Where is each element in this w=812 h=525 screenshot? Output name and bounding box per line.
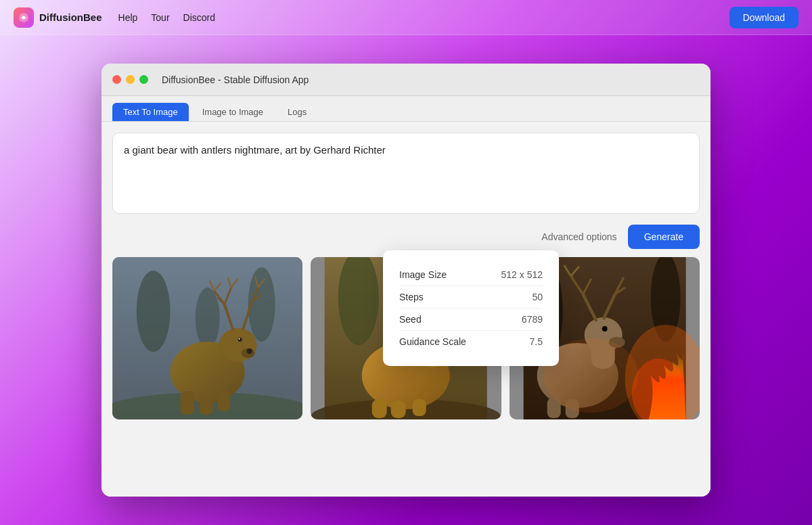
generated-image-1[interactable]: [112, 257, 302, 419]
nav-tour[interactable]: Tour: [151, 12, 169, 23]
window-minimize-button[interactable]: [126, 75, 135, 84]
nav-discord[interactable]: Discord: [183, 12, 215, 23]
advanced-options-panel: Image Size 512 x 512 Steps 50 Seed 6789 …: [383, 250, 559, 366]
image-size-value: 512 x 512: [501, 269, 543, 280]
window-body: a giant bear with antlers nightmare, art…: [102, 122, 710, 497]
images-grid: Image Size 512 x 512 Steps 50 Seed 6789 …: [112, 257, 700, 419]
prompt-textarea[interactable]: a giant bear with antlers nightmare, art…: [112, 133, 700, 214]
steps-row: Steps 50: [399, 286, 543, 309]
navbar-brand: DiffusionBee: [39, 12, 102, 23]
window-controls: [112, 75, 148, 84]
tab-text-to-image[interactable]: Text To Image: [112, 103, 189, 121]
image-size-label: Image Size: [399, 269, 447, 280]
svg-rect-29: [113, 257, 302, 419]
navbar: DiffusionBee Help Tour Discord Download: [0, 0, 812, 35]
svg-point-1: [22, 16, 26, 19]
image-size-row: Image Size 512 x 512: [399, 264, 543, 286]
advanced-options-label[interactable]: Advanced options: [541, 231, 616, 242]
guidance-scale-value: 7.5: [530, 336, 543, 347]
main-content: DiffusionBee - Stable Diffusion App Text…: [0, 35, 812, 525]
guidance-scale-label: Guidance Scale: [399, 336, 466, 347]
generate-button[interactable]: Generate: [628, 225, 700, 249]
tab-image-to-image[interactable]: Image to Image: [191, 103, 274, 121]
seed-value: 6789: [522, 314, 543, 325]
tab-logs[interactable]: Logs: [277, 103, 317, 121]
navbar-logo: DiffusionBee: [14, 7, 102, 28]
window-maximize-button[interactable]: [139, 75, 148, 84]
navbar-links: Help Tour Discord: [118, 12, 713, 23]
seed-label: Seed: [399, 314, 422, 325]
download-button[interactable]: Download: [729, 7, 798, 28]
window-titlebar: DiffusionBee - Stable Diffusion App: [102, 64, 710, 96]
nav-help[interactable]: Help: [118, 12, 138, 23]
app-window: DiffusionBee - Stable Diffusion App Text…: [102, 64, 710, 497]
seed-row: Seed 6789: [399, 309, 543, 331]
steps-value: 50: [532, 292, 543, 302]
controls-row: Advanced options Generate: [112, 225, 700, 249]
svg-point-76: [602, 326, 607, 332]
window-title: DiffusionBee - Stable Diffusion App: [162, 74, 309, 85]
window-close-button[interactable]: [112, 75, 121, 84]
guidance-scale-row: Guidance Scale 7.5: [399, 331, 543, 352]
tab-bar: Text To Image Image to Image Logs: [102, 96, 710, 122]
steps-label: Steps: [399, 292, 424, 302]
logo-icon: [14, 7, 34, 28]
